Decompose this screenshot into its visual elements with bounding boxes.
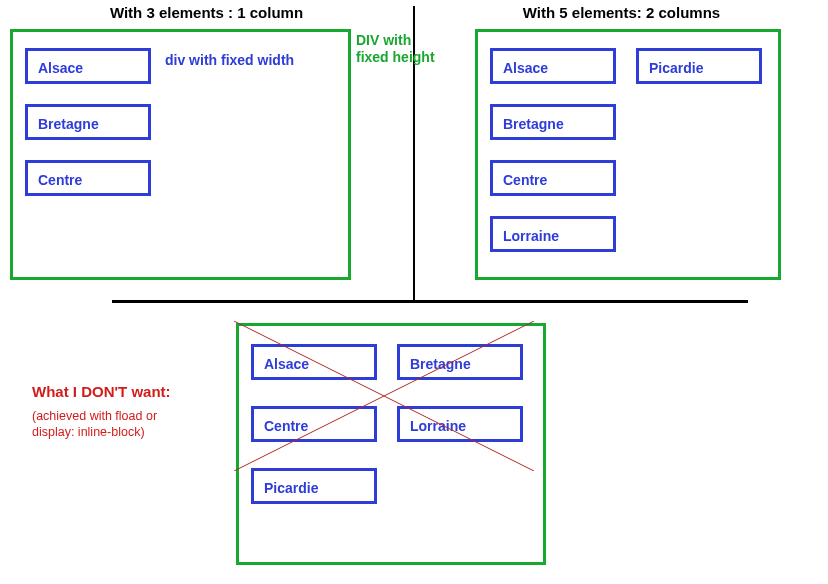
list-item: Alsace xyxy=(251,344,377,380)
list-item: Picardie xyxy=(251,468,377,504)
example-1-title: With 3 elements : 1 column xyxy=(0,4,413,21)
list-item: Centre xyxy=(251,406,377,442)
annotation-fixed-width: div with fixed width xyxy=(165,52,294,69)
list-item: Alsace xyxy=(490,48,616,84)
list-item: Centre xyxy=(490,160,616,196)
list-item: Centre xyxy=(25,160,151,196)
example-2-title: With 5 elements: 2 columns xyxy=(415,4,828,21)
list-item: Bretagne xyxy=(25,104,151,140)
greenbox-2: Alsace Bretagne Centre Lorraine Picardie xyxy=(475,29,781,280)
list-item: Alsace xyxy=(25,48,151,84)
top-section: With 3 elements : 1 column Alsace Bretag… xyxy=(0,0,828,300)
list-item: Picardie xyxy=(636,48,762,84)
bottom-section: What I DON'T want: (achieved with fload … xyxy=(0,303,828,583)
dont-want-title: What I DON'T want: xyxy=(32,383,171,400)
dont-want-sub2: display: inline-block) xyxy=(32,425,145,441)
list-item: Lorraine xyxy=(397,406,523,442)
example-1-column: With 3 elements : 1 column Alsace Bretag… xyxy=(0,0,413,300)
dont-want-sub1: (achieved with fload or xyxy=(32,409,157,425)
greenbox-3: Alsace Bretagne Centre Lorraine Picardie xyxy=(236,323,546,565)
list-item: Bretagne xyxy=(490,104,616,140)
greenbox-1: Alsace Bretagne Centre div with fixed wi… xyxy=(10,29,351,280)
example-2-columns: With 5 elements: 2 columns Alsace Bretag… xyxy=(415,0,828,300)
list-item: Lorraine xyxy=(490,216,616,252)
list-item: Bretagne xyxy=(397,344,523,380)
